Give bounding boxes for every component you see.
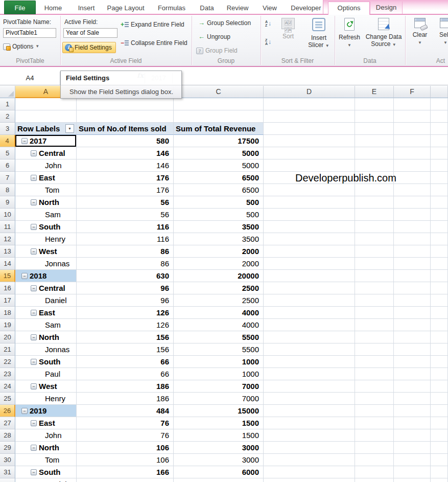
cell[interactable] xyxy=(394,343,431,356)
cell[interactable] xyxy=(431,270,448,282)
cell[interactable] xyxy=(264,184,355,196)
cell[interactable] xyxy=(264,135,355,147)
cell[interactable] xyxy=(394,405,431,417)
cell[interactable] xyxy=(394,135,431,147)
name-box[interactable]: A4 xyxy=(0,72,60,85)
pivot-row-label-cell[interactable]: −2019 xyxy=(15,405,77,417)
cell[interactable] xyxy=(355,405,394,417)
total-revenue-cell[interactable]: 3500 xyxy=(174,233,264,245)
total-revenue-cell[interactable]: 3500 xyxy=(174,221,264,233)
cell[interactable] xyxy=(264,331,355,343)
expand-entire-field-button[interactable]: + Expand Entire Field xyxy=(121,21,184,28)
cell[interactable] xyxy=(264,368,355,380)
total-revenue-cell[interactable]: 7000 xyxy=(174,380,264,393)
row-header-31[interactable]: 31 xyxy=(0,466,15,478)
cell[interactable] xyxy=(394,429,431,442)
cell[interactable] xyxy=(355,233,394,245)
cell[interactable] xyxy=(264,307,355,319)
pivot-row-label-cell[interactable]: −2017 xyxy=(15,135,77,147)
total-revenue-cell[interactable]: 2000 xyxy=(174,245,264,258)
column-header-partial[interactable] xyxy=(431,86,448,98)
cell[interactable] xyxy=(264,221,355,233)
cell[interactable] xyxy=(355,478,394,482)
cell[interactable] xyxy=(355,110,394,123)
cell[interactable] xyxy=(264,343,355,356)
cell[interactable] xyxy=(431,110,448,123)
items-sold-cell[interactable]: 76 xyxy=(77,417,174,429)
total-revenue-cell[interactable]: 4000 xyxy=(174,319,264,331)
pivot-row-label-cell[interactable]: −South xyxy=(15,221,77,233)
cell[interactable] xyxy=(355,159,394,172)
cell[interactable] xyxy=(264,356,355,368)
cell[interactable] xyxy=(431,245,448,258)
group-selection-button[interactable]: → Group Selection xyxy=(198,19,251,27)
total-revenue-cell[interactable]: 5500 xyxy=(174,331,264,343)
total-revenue-cell[interactable]: 3000 xyxy=(174,454,264,466)
collapse-button[interactable]: − xyxy=(31,150,37,156)
cell[interactable] xyxy=(394,123,431,135)
row-header-26[interactable]: 26 xyxy=(0,405,15,417)
cell[interactable] xyxy=(264,429,355,442)
pivot-row-label-cell[interactable]: −North xyxy=(15,331,77,343)
cell[interactable] xyxy=(431,393,448,405)
column-header-E[interactable]: E xyxy=(355,86,394,98)
cell[interactable] xyxy=(355,184,394,196)
cell[interactable] xyxy=(355,147,394,159)
cell[interactable] xyxy=(15,110,77,123)
cell[interactable] xyxy=(431,356,448,368)
items-sold-cell[interactable]: 66 xyxy=(77,368,174,380)
cell[interactable] xyxy=(264,209,355,221)
total-revenue-cell[interactable]: 1000 xyxy=(174,356,264,368)
row-header-8[interactable]: 8 xyxy=(0,184,15,196)
pivot-header-cell[interactable]: Sum of Total Revenue xyxy=(174,123,264,135)
tab-options[interactable]: Options xyxy=(328,2,370,15)
cell[interactable] xyxy=(264,270,355,282)
cell[interactable] xyxy=(355,319,394,331)
cell[interactable] xyxy=(264,147,355,159)
items-sold-cell[interactable]: 630 xyxy=(77,270,174,282)
select-all-corner[interactable] xyxy=(0,86,15,98)
pivot-row-label-cell[interactable]: Paul xyxy=(15,368,77,380)
total-revenue-cell[interactable]: 6000 xyxy=(174,478,264,482)
cell[interactable] xyxy=(355,270,394,282)
cell[interactable] xyxy=(431,147,448,159)
items-sold-cell[interactable]: 56 xyxy=(77,196,174,209)
cell[interactable] xyxy=(431,380,448,393)
items-sold-cell[interactable]: 156 xyxy=(77,331,174,343)
items-sold-cell[interactable]: 86 xyxy=(77,258,174,270)
cell[interactable] xyxy=(394,245,431,258)
cell[interactable] xyxy=(77,110,174,123)
cell[interactable] xyxy=(264,110,355,123)
cell[interactable] xyxy=(394,258,431,270)
items-sold-cell[interactable]: 66 xyxy=(77,356,174,368)
cell[interactable] xyxy=(264,417,355,429)
column-header-F[interactable]: F xyxy=(394,86,431,98)
row-header-16[interactable]: 16 xyxy=(0,282,15,294)
row-header-12[interactable]: 12 xyxy=(0,233,15,245)
items-sold-cell[interactable]: 156 xyxy=(77,343,174,356)
items-sold-cell[interactable]: 116 xyxy=(77,221,174,233)
cell[interactable] xyxy=(394,110,431,123)
pivot-row-label-cell[interactable]: Tom xyxy=(15,454,77,466)
cell[interactable] xyxy=(264,258,355,270)
cell[interactable] xyxy=(394,478,431,482)
items-sold-cell[interactable]: 106 xyxy=(77,454,174,466)
cell[interactable] xyxy=(355,393,394,405)
total-revenue-cell[interactable]: 6000 xyxy=(174,466,264,478)
cell[interactable] xyxy=(394,270,431,282)
total-revenue-cell[interactable]: 4000 xyxy=(174,307,264,319)
total-revenue-cell[interactable]: 500 xyxy=(174,209,264,221)
cell[interactable] xyxy=(174,110,264,123)
pivot-row-label-cell[interactable]: Daniel xyxy=(15,294,77,307)
active-field-input[interactable]: Year of Sale xyxy=(63,28,117,38)
row-header-1[interactable]: 1 xyxy=(0,98,15,110)
sort-descending-button[interactable]: ZA ↓ xyxy=(265,38,271,45)
cell[interactable] xyxy=(355,380,394,393)
items-sold-cell[interactable]: 106 xyxy=(77,442,174,454)
cell[interactable] xyxy=(394,368,431,380)
cell[interactable] xyxy=(431,331,448,343)
items-sold-cell[interactable]: 126 xyxy=(77,319,174,331)
collapse-button[interactable]: − xyxy=(31,383,37,389)
cell[interactable] xyxy=(355,221,394,233)
cell[interactable] xyxy=(355,196,394,209)
